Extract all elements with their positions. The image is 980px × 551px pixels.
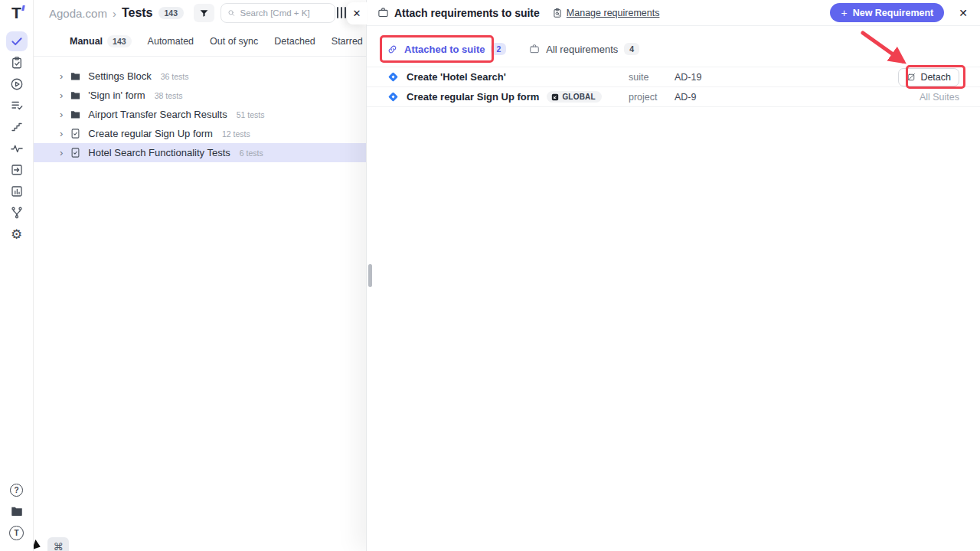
plus-icon: + <box>841 7 847 19</box>
rail-item-docs[interactable] <box>0 500 34 522</box>
rail-bottom: ? T <box>0 479 34 551</box>
chevron-right-icon[interactable]: › <box>60 109 63 119</box>
tab-attached-to-suite[interactable]: Attached to suite 2 <box>387 43 506 55</box>
tree-row-hotel-search-selected[interactable]: › Hotel Search Functionality Tests 6 tes… <box>34 143 366 162</box>
tests-count: 38 tests <box>155 91 183 100</box>
panel-title: Attach requirements to suite <box>394 7 540 19</box>
help-icon: ? <box>10 484 23 497</box>
icon-rail: T ⚙ <box>0 0 34 551</box>
requirements-list: Create 'Hotel Search' suite AD-19 Detach… <box>367 67 980 107</box>
play-circle-icon <box>10 77 24 91</box>
tree-row-settings-block[interactable]: › Settings Block 36 tests <box>34 67 366 86</box>
panel-close-button[interactable]: ✕ <box>959 7 968 19</box>
breadcrumb-separator-icon: › <box>113 7 116 20</box>
requirement-row-signup-form[interactable]: Create regular Sign Up form GLOBAL proje… <box>367 87 980 107</box>
rail-item-branches[interactable] <box>0 202 34 223</box>
panel-edge-close-button[interactable]: ✕ <box>347 2 367 24</box>
filter-tab-detached[interactable]: Detached <box>274 36 315 47</box>
close-icon: ✕ <box>353 8 361 19</box>
all-requirements-count-badge: 4 <box>624 43 639 55</box>
folder-icon <box>70 109 81 120</box>
rail-item-tests[interactable] <box>0 31 34 52</box>
tests-pane: Agoda.com › Tests 143 Manual 143 Automat… <box>34 0 366 551</box>
briefcase-icon <box>529 44 540 54</box>
account-logo-icon: T <box>9 526 24 540</box>
manage-requirements[interactable]: Manage requirements <box>552 8 660 18</box>
search-icon <box>227 8 236 18</box>
tests-count: 12 tests <box>222 129 250 139</box>
branch-icon <box>10 206 24 220</box>
clipboard-check-icon <box>10 56 24 70</box>
breadcrumb-page-title: Tests <box>122 6 153 20</box>
global-badge: GLOBAL <box>547 91 601 103</box>
filter-tab-automated[interactable]: Automated <box>148 36 194 47</box>
close-icon: ✕ <box>959 7 968 19</box>
keyboard-shortcut-badge[interactable]: ⌘ <box>47 537 69 551</box>
suites-tree: › Settings Block 36 tests › 'Sign in' fo… <box>34 57 366 162</box>
command-icon: ⌘ <box>54 541 64 551</box>
filter-tab-row: Manual 143 Automated Out of sync Detache… <box>34 26 366 57</box>
panel-resize-handle[interactable] <box>368 264 372 287</box>
requirement-scope: project <box>629 92 658 103</box>
tests-count-badge: 143 <box>158 7 185 19</box>
rail-item-checklists[interactable] <box>0 95 34 116</box>
rail-item-import[interactable] <box>0 159 34 181</box>
tests-count: 51 tests <box>237 110 265 119</box>
folder-icon <box>10 504 24 518</box>
tests-count: 36 tests <box>161 72 189 81</box>
requirement-id: AD-9 <box>675 92 696 103</box>
rail-item-help[interactable]: ? <box>0 479 34 500</box>
attach-requirements-panel: ✕ Attach requirements to suite Manage re… <box>366 0 980 551</box>
folder-icon <box>70 90 81 101</box>
chevron-right-icon[interactable]: › <box>60 71 63 81</box>
clipboard-search-icon <box>552 8 563 18</box>
topbar: Agoda.com › Tests 143 <box>34 0 366 26</box>
stairs-icon <box>10 120 24 134</box>
manual-count-badge: 143 <box>107 35 132 47</box>
gear-icon: ⚙ <box>11 228 22 241</box>
rail-item-account[interactable]: T <box>0 522 34 543</box>
global-scope-icon <box>551 93 559 101</box>
requirement-diamond-icon <box>388 92 398 102</box>
requirement-row-hotel-search[interactable]: Create 'Hotel Search' suite AD-19 Detach <box>367 67 980 87</box>
sliders-icon[interactable] <box>337 7 346 18</box>
chevron-right-icon[interactable]: › <box>60 148 63 158</box>
attached-count-badge: 2 <box>491 43 506 55</box>
briefcase-icon <box>377 7 389 18</box>
app-logo[interactable]: T <box>11 0 21 31</box>
rail-item-analytics[interactable] <box>0 138 34 159</box>
new-requirement-button[interactable]: + New Requirement <box>830 3 944 22</box>
filter-button[interactable] <box>194 4 214 22</box>
list-check-icon <box>10 99 24 112</box>
rail-item-settings[interactable]: ⚙ <box>0 223 34 245</box>
search-box[interactable] <box>220 3 335 23</box>
breadcrumb-project[interactable]: Agoda.com <box>49 7 107 20</box>
requirements-tabs: Attached to suite 2 All requirements 4 <box>367 36 980 62</box>
rail-item-steps[interactable] <box>0 116 34 138</box>
unlink-icon <box>906 73 916 82</box>
requirement-scope: suite <box>629 72 648 83</box>
manage-requirements-link[interactable]: Manage requirements <box>567 8 660 18</box>
bar-chart-icon <box>10 184 24 198</box>
search-input[interactable] <box>240 8 329 18</box>
tree-row-sign-in-form[interactable]: › 'Sign in' form 38 tests <box>34 86 366 105</box>
tree-row-airport-transfer[interactable]: › Airport Transfer Search Results 51 tes… <box>34 105 366 124</box>
chevron-right-icon[interactable]: › <box>60 129 63 139</box>
app-window: T ⚙ <box>0 0 980 551</box>
folder-icon <box>70 70 81 82</box>
tree-row-create-regular-signup[interactable]: › Create regular Sign Up form 12 tests <box>34 124 366 143</box>
filter-tab-manual[interactable]: Manual 143 <box>70 35 132 47</box>
detach-button[interactable]: Detach <box>898 68 959 86</box>
tab-all-requirements[interactable]: All requirements 4 <box>529 43 639 55</box>
logo-letter: T <box>11 5 21 21</box>
pulse-icon <box>10 142 24 155</box>
rail-item-runs[interactable] <box>0 73 34 95</box>
tests-count: 6 tests <box>240 148 263 158</box>
filter-tab-out-of-sync[interactable]: Out of sync <box>210 36 258 47</box>
document-check-icon <box>70 128 81 139</box>
filter-tab-starred[interactable]: Starred <box>332 36 363 47</box>
rail-item-reports[interactable] <box>0 181 34 202</box>
chevron-right-icon[interactable]: › <box>60 90 63 100</box>
panel-header: Attach requirements to suite Manage requ… <box>367 0 980 26</box>
rail-item-test-plans[interactable] <box>0 52 34 73</box>
